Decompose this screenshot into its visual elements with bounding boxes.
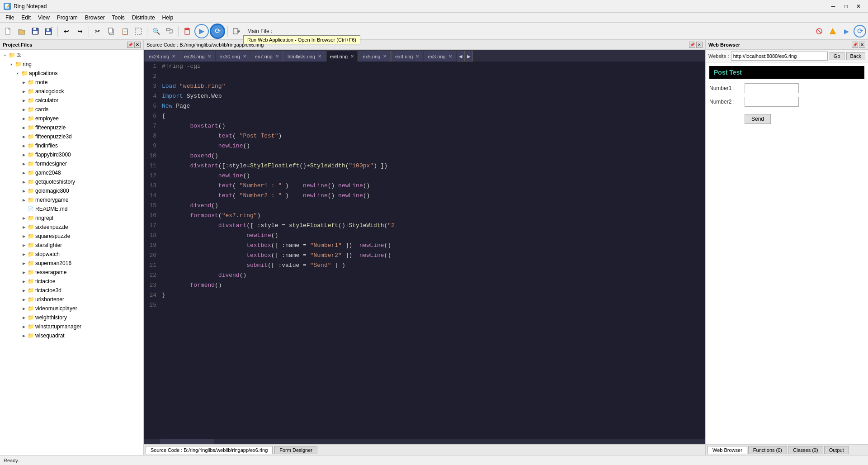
- source-pin-btn[interactable]: 📌: [689, 42, 695, 48]
- tree-item-sixteenpuzzle[interactable]: ▶📁sixteenpuzzle: [0, 223, 143, 232]
- menu-view[interactable]: View: [34, 13, 53, 22]
- footer-output[interactable]: Output: [824, 446, 849, 454]
- footer-functions[interactable]: Functions (0): [748, 446, 787, 454]
- menu-help[interactable]: Help: [159, 13, 177, 22]
- url-input[interactable]: [731, 52, 828, 61]
- tree-item-formdesigner[interactable]: ▶📁formdesigner: [0, 159, 143, 168]
- exit-button[interactable]: [230, 25, 243, 38]
- toolbar-extra-1[interactable]: [813, 25, 826, 38]
- go-button[interactable]: Go: [830, 52, 844, 60]
- tree-item-stopwatch[interactable]: ▶📁stopwatch: [0, 250, 143, 259]
- source-close-btn[interactable]: ✕: [696, 42, 703, 48]
- tree-item-tictactoe[interactable]: ▶📁tictactoe: [0, 277, 143, 286]
- panel-close-btn[interactable]: ✕: [134, 42, 141, 48]
- footer-web-browser[interactable]: Web Browser: [708, 446, 747, 454]
- tree-item-videomusicplayer[interactable]: ▶📁videomusicplayer: [0, 304, 143, 313]
- tab-ex24[interactable]: ex24.ring ✕: [145, 51, 179, 62]
- tab-ex5[interactable]: ex5.ring ✕: [359, 51, 391, 62]
- menu-edit[interactable]: Edit: [18, 13, 34, 22]
- tab-ex4[interactable]: ex4.ring ✕: [391, 51, 423, 62]
- footer-tab-formdesigner[interactable]: Form Designer: [274, 446, 317, 454]
- maximize-button[interactable]: □: [840, 2, 852, 11]
- new-button[interactable]: [2, 25, 14, 38]
- tab-close-ex7[interactable]: ✕: [275, 54, 279, 59]
- menu-distribute[interactable]: Distribute: [128, 13, 159, 22]
- browser-close-btn[interactable]: ✕: [859, 42, 865, 48]
- tab-close-ex3[interactable]: ✕: [448, 54, 452, 59]
- code-horizontal-scrollbar[interactable]: [144, 439, 705, 444]
- tree-item-squarespuzzle[interactable]: ▶📁squarespuzzle: [0, 232, 143, 241]
- open-button[interactable]: [15, 25, 28, 38]
- panel-pin-btn[interactable]: 📌: [127, 42, 133, 48]
- number1-input[interactable]: [745, 83, 799, 93]
- tree-item-winstartupmanager[interactable]: ▶📁winstartupmanager: [0, 322, 143, 331]
- tab-ex6[interactable]: ex6.ring ✕: [326, 51, 358, 62]
- tree-item-rnote[interactable]: ▶📁rnote: [0, 78, 143, 87]
- tree-item-readme[interactable]: 📄 README.md: [0, 204, 143, 214]
- select-all-button[interactable]: [132, 25, 145, 38]
- tree-item-memorygame[interactable]: ▶📁memorygame: [0, 195, 143, 204]
- send-button[interactable]: Send: [745, 114, 771, 124]
- footer-classes[interactable]: Classes (0): [788, 446, 823, 454]
- delete-button[interactable]: [181, 25, 193, 38]
- tree-item-wisequadrat[interactable]: ▶📁wisequadrat: [0, 331, 143, 340]
- close-button[interactable]: ✕: [853, 2, 864, 11]
- tree-item-fifteenpuzzle[interactable]: ▶📁fifteenpuzzle: [0, 123, 143, 132]
- cut-button[interactable]: ✂: [91, 25, 104, 38]
- tree-item-applications[interactable]: ▾ 📁 applications: [0, 69, 143, 78]
- menu-program[interactable]: Program: [53, 13, 81, 22]
- tree-item-weighthistory[interactable]: ▶📁weighthistory: [0, 313, 143, 322]
- undo-button[interactable]: ↩: [60, 25, 73, 38]
- tree-item-ring[interactable]: ▾ 📁 ring: [0, 60, 143, 69]
- tab-close-ex4[interactable]: ✕: [415, 54, 419, 59]
- tab-close-ex6[interactable]: ✕: [350, 54, 354, 59]
- menu-tools[interactable]: Tools: [108, 13, 128, 22]
- tree-toggle-ring[interactable]: ▾: [8, 61, 14, 67]
- tab-close-ex28[interactable]: ✕: [208, 54, 211, 59]
- tree-item-fifteenpuzzle3d[interactable]: ▶📁fifteenpuzzle3d: [0, 132, 143, 141]
- tree-item-tesseragame[interactable]: ▶📁tesseragame: [0, 268, 143, 277]
- tree-item-superman2016[interactable]: ▶📁superman2016: [0, 259, 143, 268]
- minimize-button[interactable]: ─: [827, 2, 839, 11]
- tree-item-findinfiles[interactable]: ▶📁findinfiles: [0, 141, 143, 150]
- redo-button[interactable]: ↪: [74, 25, 86, 38]
- tree-item-getquoteshistory[interactable]: ▶📁getquoteshistory: [0, 177, 143, 186]
- tab-ex3[interactable]: ex3.ring ✕: [424, 51, 456, 62]
- tab-close-htmllists[interactable]: ✕: [318, 54, 321, 59]
- back-button[interactable]: Back: [846, 52, 865, 60]
- tree-item-cards[interactable]: ▶📁cards: [0, 105, 143, 114]
- menu-browser[interactable]: Browser: [81, 13, 108, 22]
- copy-button[interactable]: [105, 25, 118, 38]
- toolbar-extra-2[interactable]: [826, 25, 839, 38]
- paste-button[interactable]: 📋: [118, 25, 131, 38]
- tree-item-calculator[interactable]: ▶📁calculator: [0, 96, 143, 105]
- tab-htmllists[interactable]: htmllists.ring ✕: [283, 51, 326, 62]
- menu-file[interactable]: File: [2, 13, 18, 22]
- tree-item-b[interactable]: ▾ 📁 B:: [0, 51, 143, 60]
- tab-ex7[interactable]: ex7.ring ✕: [251, 51, 283, 62]
- save-all-button[interactable]: [42, 25, 55, 38]
- tree-item-game2048[interactable]: ▶📁game2048: [0, 168, 143, 177]
- tab-close-ex30[interactable]: ✕: [243, 54, 246, 59]
- tab-ex30[interactable]: ex30.ring ✕: [216, 51, 250, 62]
- browser-pin-btn[interactable]: 📌: [852, 42, 858, 48]
- tab-nav-right[interactable]: ▶: [465, 51, 473, 62]
- code-editor[interactable]: 1 #!ring -cgi 2 3 Load "weblib.ring" 4 I…: [144, 62, 705, 439]
- tree-toggle-applications[interactable]: ▾: [14, 70, 21, 76]
- tree-item-starsfighter[interactable]: ▶📁starsfighter: [0, 241, 143, 250]
- tab-ex28[interactable]: ex28.ring ✕: [180, 51, 215, 62]
- tab-close-ex5[interactable]: ✕: [383, 54, 387, 59]
- tree-item-analogclock[interactable]: ▶📁analogclock: [0, 87, 143, 96]
- play-button[interactable]: ▶: [194, 24, 209, 38]
- tab-nav-left[interactable]: ◀: [457, 51, 465, 62]
- tree-item-employee[interactable]: ▶📁employee: [0, 114, 143, 123]
- save-button[interactable]: [29, 25, 42, 38]
- tree-toggle-b[interactable]: ▾: [2, 52, 8, 58]
- number2-input[interactable]: [745, 97, 799, 107]
- tree-item-flappybird3000[interactable]: ▶📁flappybird3000: [0, 150, 143, 159]
- tree-item-urlshortener[interactable]: ▶📁urlshortener: [0, 295, 143, 304]
- replace-button[interactable]: [163, 25, 176, 38]
- tree-item-goldmagic800[interactable]: ▶📁goldmagic800: [0, 186, 143, 195]
- tree-item-ringrepl[interactable]: ▶📁ringrepl: [0, 214, 143, 223]
- toolbar-play-2[interactable]: ▶: [840, 25, 853, 38]
